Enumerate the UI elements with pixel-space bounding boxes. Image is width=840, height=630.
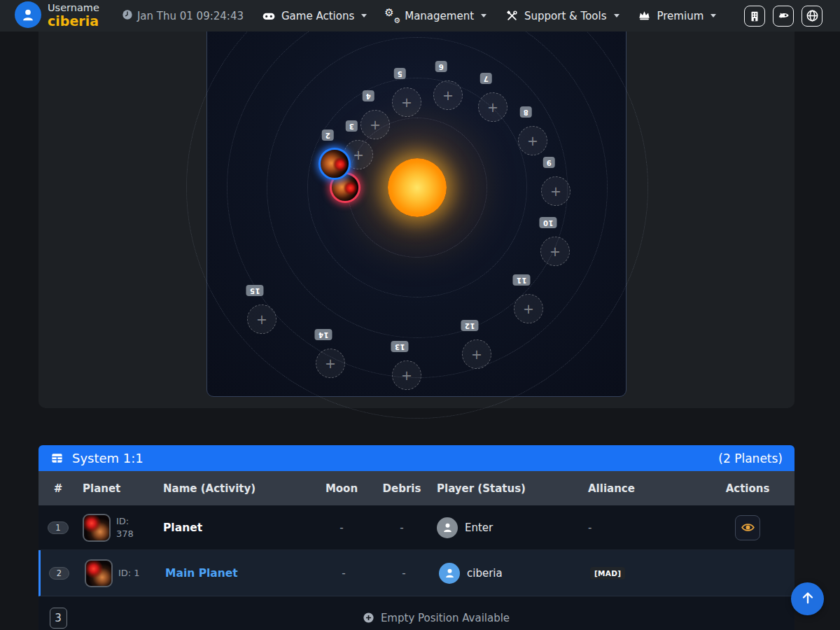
- chevron-down-icon: [361, 14, 367, 18]
- position-cell: 3: [38, 608, 78, 629]
- position-cell: 2: [38, 567, 80, 580]
- system-title: System 1:1: [72, 451, 144, 465]
- map-empty-slot-5[interactable]: +: [392, 88, 421, 117]
- map-empty-slot-9[interactable]: +: [541, 176, 570, 206]
- map-empty-slot-12[interactable]: +: [462, 340, 491, 369]
- table-icon: [50, 451, 64, 465]
- player-name: Enter: [465, 522, 493, 534]
- map-empty-slot-8[interactable]: +: [518, 126, 547, 155]
- nav-menu-label: Premium: [657, 10, 704, 22]
- table-body: 1ID: 378Planet--Enter-2ID: 1Main Planet-…: [38, 505, 794, 630]
- user-avatar-icon: [15, 1, 41, 28]
- slot-number-badge: 9: [542, 157, 554, 168]
- alliance-cell: -: [583, 522, 701, 534]
- eye-icon: [741, 520, 755, 535]
- column-header--: #: [38, 482, 78, 495]
- plus-icon: +: [401, 94, 412, 110]
- building-button[interactable]: [744, 6, 765, 27]
- slot-number-badge: 14: [315, 329, 332, 340]
- map-empty-slot-4[interactable]: +: [360, 110, 390, 139]
- slot-number-badge: 8: [519, 106, 531, 118]
- plus-icon: +: [523, 301, 534, 316]
- system-table: System 1:1 (2 Planets) #PlanetName (Acti…: [38, 445, 794, 630]
- server-clock: Jan Thu 01 09:24:43: [122, 9, 244, 23]
- spy-button[interactable]: [735, 515, 760, 540]
- empty-position-row[interactable]: 3Empty Position Available: [38, 596, 794, 630]
- name-cell: Planet: [158, 522, 312, 534]
- position-badge: 1: [48, 522, 68, 534]
- plus-icon: +: [401, 368, 412, 383]
- username: ciberia: [48, 14, 99, 29]
- scroll-to-top-button[interactable]: [791, 582, 824, 615]
- column-header-actions: Actions: [701, 482, 794, 495]
- nav-menu-label: Support & Tools: [524, 10, 606, 22]
- map-planet-slot-2[interactable]: [318, 148, 351, 180]
- column-header-moon: Moon: [312, 482, 372, 495]
- nav-menu-label: Management: [405, 10, 474, 22]
- system-table-header: System 1:1 (2 Planets): [38, 445, 794, 471]
- nav-menu-premium[interactable]: Premium: [638, 9, 717, 23]
- player-cell: Enter: [432, 517, 583, 538]
- map-empty-slot-10[interactable]: +: [540, 237, 570, 266]
- planet-thumbnail: [83, 514, 111, 542]
- map-empty-slot-14[interactable]: +: [316, 349, 345, 378]
- galaxy-panel: 2+3+4+5+6+7+8+9+10+11+12+13+14+15: [38, 0, 794, 408]
- empty-position-label[interactable]: Empty Position Available: [78, 612, 794, 624]
- map-empty-slot-13[interactable]: +: [392, 360, 421, 390]
- globe-icon: [806, 9, 819, 22]
- position-badge: 3: [50, 608, 67, 629]
- chevron-down-icon: [481, 14, 486, 18]
- slot-number-badge: 5: [393, 68, 405, 79]
- actions-cell: [701, 515, 794, 540]
- slot-number-badge: 2: [321, 130, 333, 141]
- debris-cell: -: [372, 522, 432, 534]
- plus-icon: +: [256, 312, 267, 327]
- planet-id: ID: 378: [116, 515, 146, 540]
- map-empty-slot-15[interactable]: +: [247, 304, 276, 334]
- building-icon: [748, 10, 761, 22]
- slot-number-badge: 13: [391, 341, 409, 352]
- position-cell: 1: [38, 522, 78, 534]
- debris-cell: -: [374, 567, 434, 580]
- position-badge: 2: [49, 567, 69, 580]
- system-map: 2+3+4+5+6+7+8+9+10+11+12+13+14+15: [206, 0, 626, 397]
- plus-icon: +: [550, 183, 561, 199]
- datetime-text: Jan Thu 01 09:24:43: [137, 10, 244, 22]
- alliance-cell: [MAD]: [585, 567, 703, 580]
- map-empty-slot-11[interactable]: +: [514, 294, 543, 323]
- nav-menu-game-actions[interactable]: Game Actions: [262, 9, 367, 23]
- planet-id: ID: 1: [118, 567, 140, 580]
- table-row[interactable]: 2ID: 1Main Planet--ciberia[MAD]: [38, 550, 794, 596]
- chevron-down-icon: [614, 14, 620, 18]
- tools-icon: [505, 10, 519, 22]
- column-header-alliance: Alliance: [583, 482, 701, 495]
- globe-button[interactable]: [802, 6, 822, 27]
- slot-number-badge: 3: [345, 120, 357, 132]
- nav-menu-support-tools[interactable]: Support & Tools: [505, 9, 619, 23]
- planet-cell: ID: 1: [80, 559, 160, 587]
- table-column-headers: #PlanetName (Activity)MoonDebrisPlayer (…: [38, 471, 794, 505]
- plus-icon: +: [487, 99, 498, 115]
- planet-cell: ID: 378: [78, 514, 158, 542]
- chevron-down-icon: [710, 14, 716, 18]
- planet-count: (2 Planets): [718, 451, 783, 465]
- rocket-button[interactable]: [773, 6, 794, 27]
- user-block[interactable]: Username ciberia: [15, 3, 99, 29]
- arrow-up-icon: [799, 589, 816, 609]
- plus-icon: +: [442, 88, 454, 103]
- planet-name-link[interactable]: Planet: [163, 522, 202, 534]
- crown-icon: [638, 9, 652, 22]
- moon-cell: -: [312, 522, 372, 534]
- map-empty-slot-7[interactable]: +: [478, 92, 507, 122]
- table-row[interactable]: 1ID: 378Planet--Enter-: [38, 505, 794, 550]
- map-empty-slot-6[interactable]: +: [433, 80, 463, 110]
- player-avatar-icon: [437, 517, 458, 538]
- plus-icon: +: [550, 244, 561, 259]
- planet-name-link[interactable]: Main Planet: [165, 567, 238, 580]
- column-header-planet: Planet: [78, 482, 158, 495]
- column-header-name-activity-: Name (Activity): [158, 482, 312, 495]
- nav-menu-management[interactable]: ⚙⚙Management: [385, 9, 486, 23]
- plus-icon: +: [471, 346, 482, 362]
- gears-icon: ⚙⚙: [385, 9, 399, 23]
- slot-number-badge: 4: [362, 90, 374, 102]
